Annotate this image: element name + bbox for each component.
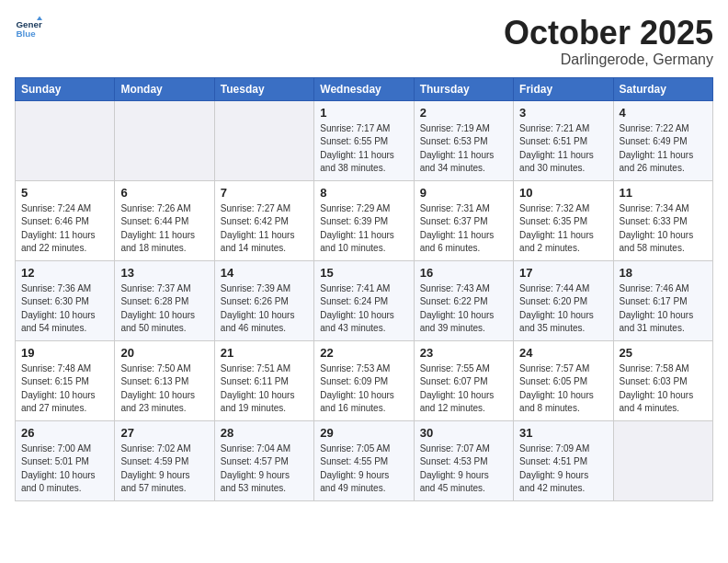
calendar-body: 1Sunrise: 7:17 AM Sunset: 6:55 PM Daylig… xyxy=(16,100,713,500)
calendar-cell: 13Sunrise: 7:37 AM Sunset: 6:28 PM Dayli… xyxy=(115,260,214,340)
day-info: Sunrise: 7:57 AM Sunset: 6:05 PM Dayligh… xyxy=(519,362,607,416)
day-info: Sunrise: 7:50 AM Sunset: 6:13 PM Dayligh… xyxy=(120,362,208,416)
day-number: 2 xyxy=(420,106,507,120)
calendar-cell: 16Sunrise: 7:43 AM Sunset: 6:22 PM Dayli… xyxy=(414,260,513,340)
day-number: 30 xyxy=(420,426,507,440)
day-info: Sunrise: 7:04 AM Sunset: 4:57 PM Dayligh… xyxy=(221,442,308,496)
calendar-cell: 1Sunrise: 7:17 AM Sunset: 6:55 PM Daylig… xyxy=(314,100,414,180)
calendar-cell: 31Sunrise: 7:09 AM Sunset: 4:51 PM Dayli… xyxy=(514,420,613,500)
day-info: Sunrise: 7:51 AM Sunset: 6:11 PM Dayligh… xyxy=(221,362,308,416)
day-info: Sunrise: 7:41 AM Sunset: 6:24 PM Dayligh… xyxy=(320,282,407,336)
day-number: 11 xyxy=(620,186,707,200)
day-number: 3 xyxy=(519,106,607,120)
svg-marker-2 xyxy=(37,17,42,21)
day-number: 23 xyxy=(420,346,507,360)
calendar-cell xyxy=(613,420,712,500)
day-number: 31 xyxy=(519,426,607,440)
calendar-cell: 4Sunrise: 7:22 AM Sunset: 6:49 PM Daylig… xyxy=(613,100,712,180)
day-number: 22 xyxy=(320,346,407,360)
day-info: Sunrise: 7:32 AM Sunset: 6:35 PM Dayligh… xyxy=(519,202,607,256)
day-number: 18 xyxy=(620,266,707,280)
svg-text:Blue: Blue xyxy=(17,29,37,39)
calendar-cell: 8Sunrise: 7:29 AM Sunset: 6:39 PM Daylig… xyxy=(314,180,414,260)
day-number: 13 xyxy=(120,266,208,280)
logo-icon: General Blue xyxy=(15,15,42,42)
day-number: 20 xyxy=(120,346,208,360)
day-number: 19 xyxy=(21,346,108,360)
day-number: 12 xyxy=(21,266,108,280)
calendar-cell: 17Sunrise: 7:44 AM Sunset: 6:20 PM Dayli… xyxy=(514,260,613,340)
day-info: Sunrise: 7:26 AM Sunset: 6:44 PM Dayligh… xyxy=(120,202,208,256)
day-info: Sunrise: 7:34 AM Sunset: 6:33 PM Dayligh… xyxy=(620,202,707,256)
weekday-wednesday: Wednesday xyxy=(314,77,414,100)
day-info: Sunrise: 7:17 AM Sunset: 6:55 PM Dayligh… xyxy=(320,122,407,176)
page-header: General Blue October 2025 Darlingerode, … xyxy=(15,15,713,68)
day-info: Sunrise: 7:07 AM Sunset: 4:53 PM Dayligh… xyxy=(420,442,507,496)
day-info: Sunrise: 7:27 AM Sunset: 6:42 PM Dayligh… xyxy=(221,202,308,256)
calendar-cell: 25Sunrise: 7:58 AM Sunset: 6:03 PM Dayli… xyxy=(613,340,712,420)
day-number: 21 xyxy=(221,346,308,360)
calendar-cell: 12Sunrise: 7:36 AM Sunset: 6:30 PM Dayli… xyxy=(16,260,115,340)
day-info: Sunrise: 7:43 AM Sunset: 6:22 PM Dayligh… xyxy=(420,282,507,336)
calendar-cell: 22Sunrise: 7:53 AM Sunset: 6:09 PM Dayli… xyxy=(314,340,414,420)
location-subtitle: Darlingerode, Germany xyxy=(504,52,713,68)
calendar-cell: 27Sunrise: 7:02 AM Sunset: 4:59 PM Dayli… xyxy=(115,420,214,500)
day-info: Sunrise: 7:19 AM Sunset: 6:53 PM Dayligh… xyxy=(420,122,507,176)
calendar-cell: 5Sunrise: 7:24 AM Sunset: 6:46 PM Daylig… xyxy=(16,180,115,260)
weekday-thursday: Thursday xyxy=(414,77,513,100)
calendar-cell: 29Sunrise: 7:05 AM Sunset: 4:55 PM Dayli… xyxy=(314,420,414,500)
calendar-cell: 26Sunrise: 7:00 AM Sunset: 5:01 PM Dayli… xyxy=(16,420,115,500)
day-info: Sunrise: 7:37 AM Sunset: 6:28 PM Dayligh… xyxy=(120,282,208,336)
title-block: October 2025 Darlingerode, Germany xyxy=(504,15,713,68)
day-number: 6 xyxy=(120,186,208,200)
calendar-week-5: 26Sunrise: 7:00 AM Sunset: 5:01 PM Dayli… xyxy=(16,420,713,500)
calendar-cell: 23Sunrise: 7:55 AM Sunset: 6:07 PM Dayli… xyxy=(414,340,513,420)
day-number: 10 xyxy=(519,186,607,200)
calendar-cell: 24Sunrise: 7:57 AM Sunset: 6:05 PM Dayli… xyxy=(514,340,613,420)
day-info: Sunrise: 7:58 AM Sunset: 6:03 PM Dayligh… xyxy=(620,362,707,416)
calendar-cell: 3Sunrise: 7:21 AM Sunset: 6:51 PM Daylig… xyxy=(514,100,613,180)
day-number: 25 xyxy=(620,346,707,360)
day-number: 27 xyxy=(120,426,208,440)
day-info: Sunrise: 7:39 AM Sunset: 6:26 PM Dayligh… xyxy=(221,282,308,336)
day-number: 16 xyxy=(420,266,507,280)
calendar-cell: 20Sunrise: 7:50 AM Sunset: 6:13 PM Dayli… xyxy=(115,340,214,420)
calendar-week-4: 19Sunrise: 7:48 AM Sunset: 6:15 PM Dayli… xyxy=(16,340,713,420)
calendar-header: SundayMondayTuesdayWednesdayThursdayFrid… xyxy=(16,77,713,100)
day-number: 5 xyxy=(21,186,108,200)
calendar-cell: 6Sunrise: 7:26 AM Sunset: 6:44 PM Daylig… xyxy=(115,180,214,260)
logo: General Blue xyxy=(15,15,42,42)
day-info: Sunrise: 7:21 AM Sunset: 6:51 PM Dayligh… xyxy=(519,122,607,176)
day-number: 15 xyxy=(320,266,407,280)
calendar-cell: 14Sunrise: 7:39 AM Sunset: 6:26 PM Dayli… xyxy=(214,260,313,340)
month-title: October 2025 xyxy=(504,15,713,52)
calendar-cell: 28Sunrise: 7:04 AM Sunset: 4:57 PM Dayli… xyxy=(214,420,313,500)
day-info: Sunrise: 7:22 AM Sunset: 6:49 PM Dayligh… xyxy=(620,122,707,176)
day-number: 29 xyxy=(320,426,407,440)
day-info: Sunrise: 7:48 AM Sunset: 6:15 PM Dayligh… xyxy=(21,362,108,416)
day-info: Sunrise: 7:02 AM Sunset: 4:59 PM Dayligh… xyxy=(120,442,208,496)
day-number: 14 xyxy=(221,266,308,280)
day-info: Sunrise: 7:09 AM Sunset: 4:51 PM Dayligh… xyxy=(519,442,607,496)
weekday-saturday: Saturday xyxy=(613,77,712,100)
day-number: 9 xyxy=(420,186,507,200)
calendar-cell xyxy=(16,100,115,180)
weekday-tuesday: Tuesday xyxy=(214,77,313,100)
day-info: Sunrise: 7:24 AM Sunset: 6:46 PM Dayligh… xyxy=(21,202,108,256)
day-number: 24 xyxy=(519,346,607,360)
day-number: 26 xyxy=(21,426,108,440)
day-info: Sunrise: 7:46 AM Sunset: 6:17 PM Dayligh… xyxy=(620,282,707,336)
calendar-week-3: 12Sunrise: 7:36 AM Sunset: 6:30 PM Dayli… xyxy=(16,260,713,340)
day-number: 1 xyxy=(320,106,407,120)
day-info: Sunrise: 7:44 AM Sunset: 6:20 PM Dayligh… xyxy=(519,282,607,336)
day-info: Sunrise: 7:31 AM Sunset: 6:37 PM Dayligh… xyxy=(420,202,507,256)
day-info: Sunrise: 7:53 AM Sunset: 6:09 PM Dayligh… xyxy=(320,362,407,416)
day-info: Sunrise: 7:29 AM Sunset: 6:39 PM Dayligh… xyxy=(320,202,407,256)
calendar-cell: 21Sunrise: 7:51 AM Sunset: 6:11 PM Dayli… xyxy=(214,340,313,420)
day-number: 8 xyxy=(320,186,407,200)
calendar-table: SundayMondayTuesdayWednesdayThursdayFrid… xyxy=(15,77,713,501)
calendar-cell: 9Sunrise: 7:31 AM Sunset: 6:37 PM Daylig… xyxy=(414,180,513,260)
day-number: 7 xyxy=(221,186,308,200)
calendar-cell: 30Sunrise: 7:07 AM Sunset: 4:53 PM Dayli… xyxy=(414,420,513,500)
day-number: 17 xyxy=(519,266,607,280)
